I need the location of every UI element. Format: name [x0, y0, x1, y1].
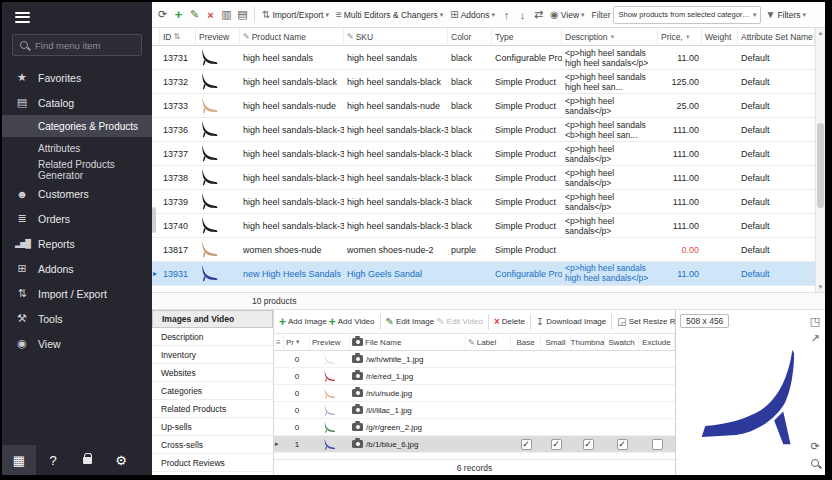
- column-header-price[interactable]: Price,▼: [658, 28, 702, 45]
- add-video-button[interactable]: +Add Video: [329, 315, 375, 329]
- image-row[interactable]: ▸1/b/1/blue_6.jpg✓✓✓✓: [274, 436, 675, 453]
- vertical-scrollbar[interactable]: ▲ ▼: [815, 28, 825, 292]
- zoom-icon[interactable]: [808, 456, 822, 470]
- column-header-weight[interactable]: Weight: [702, 28, 738, 45]
- column-header-preview[interactable]: Preview: [196, 28, 240, 45]
- gear-icon[interactable]: ⚙: [104, 445, 138, 475]
- swap-button[interactable]: ⇄: [531, 6, 546, 24]
- tab-websites[interactable]: Websites: [152, 364, 273, 382]
- filters-button[interactable]: ▼Filters▾: [762, 7, 809, 22]
- product-row[interactable]: 13739high heel sandals-black-37high heel…: [152, 190, 815, 214]
- product-row[interactable]: ▸13931new High Heels SandalsHigh Geels S…: [152, 262, 815, 286]
- sidebar-item-customers[interactable]: ☻Customers: [2, 181, 152, 206]
- hamburger-menu-button[interactable]: [2, 2, 152, 32]
- view-button[interactable]: ◉View▾: [547, 7, 588, 22]
- lock-icon[interactable]: [70, 445, 104, 475]
- tab-cross-sells[interactable]: Cross-sells: [152, 436, 273, 454]
- delete-button[interactable]: ×Delete: [494, 316, 525, 327]
- tab-product-reviews[interactable]: Product Reviews: [152, 454, 273, 472]
- open-external-icon[interactable]: ↗: [808, 331, 822, 345]
- scroll-up-icon[interactable]: ▲: [816, 28, 825, 38]
- product-row[interactable]: 13736high heel sandals-black-36high heel…: [152, 118, 815, 142]
- column-header-thumbna[interactable]: Thumbna: [571, 334, 605, 350]
- tab-related-products[interactable]: Related Products: [152, 400, 273, 418]
- sidebar-item-import-export[interactable]: ⇅Import / Export: [2, 281, 152, 306]
- tab-up-sells[interactable]: Up-sells: [152, 418, 273, 436]
- column-header-base[interactable]: Base: [511, 334, 541, 350]
- column-header-row-marker[interactable]: ≡: [274, 334, 284, 350]
- sidebar-item-attributes[interactable]: Attributes: [2, 137, 152, 159]
- addons-button[interactable]: ⊞Addons▾: [447, 7, 498, 22]
- sidebar-item-favorites[interactable]: ★Favorites: [2, 65, 152, 90]
- delete-button[interactable]: ×: [203, 6, 218, 24]
- copy-button[interactable]: ▥: [219, 6, 234, 24]
- sidebar-item-catalog[interactable]: ▤Catalog: [2, 90, 152, 115]
- column-header-preview[interactable]: Preview: [310, 334, 350, 350]
- product-row[interactable]: 13740high heel sandals-black-38high heel…: [152, 214, 815, 238]
- set-resize-rule-button[interactable]: ◲Set Resize Rule: [617, 316, 675, 327]
- image-row[interactable]: 0/l/i/lilac_1.jpg: [274, 402, 675, 419]
- splitter-handle[interactable]: [152, 207, 156, 233]
- product-row[interactable]: 13738high heel sandals-black-37high heel…: [152, 166, 815, 190]
- column-header-attribute-set-name[interactable]: Attribute Set Name: [738, 28, 815, 45]
- sidebar-item-categories-products[interactable]: Categories & Products: [2, 115, 152, 137]
- product-row[interactable]: 13733high heel sandals-nudehigh heel san…: [152, 94, 815, 118]
- column-header-product-name[interactable]: ✎Product Name: [240, 28, 344, 45]
- sidebar-item-related-products-generator[interactable]: Related Products Generator: [2, 159, 152, 181]
- fullscreen-icon[interactable]: ◳: [808, 314, 822, 328]
- checkbox-small[interactable]: ✓: [551, 439, 562, 450]
- column-header-swatch[interactable]: Swatch: [605, 334, 639, 350]
- column-header-small[interactable]: Small: [541, 334, 571, 350]
- checkbox-swatch[interactable]: ✓: [617, 439, 628, 450]
- filter-select[interactable]: Show products from selected categories▾: [613, 6, 761, 24]
- checkbox-base[interactable]: ✓: [521, 439, 532, 450]
- sidebar-item-reports[interactable]: ▂▅█Reports: [2, 231, 152, 256]
- edit-button[interactable]: ✎: [187, 6, 202, 24]
- scrollbar-thumb[interactable]: [817, 123, 824, 208]
- sidebar-item-orders[interactable]: ≣Orders: [2, 206, 152, 231]
- column-header-exclude[interactable]: Exclude: [639, 334, 675, 350]
- image-row[interactable]: 0/g/r/green_2.jpg: [274, 419, 675, 436]
- edit-video-button[interactable]: ✎Edit Video: [436, 316, 483, 327]
- store-icon[interactable]: ▦: [2, 445, 36, 475]
- product-row[interactable]: 13737high heel sandals-black-36high heel…: [152, 142, 815, 166]
- column-header-row-marker[interactable]: [152, 28, 160, 45]
- tab-inventory[interactable]: Inventory: [152, 346, 273, 364]
- checkbox-thumb[interactable]: ✓: [583, 439, 594, 450]
- multi-editors-changers-button[interactable]: ≡Multi Editors & Changers▾: [333, 7, 446, 22]
- sidebar-item-tools[interactable]: ⚒Tools: [2, 306, 152, 331]
- edit-image-button[interactable]: ✎Edit Image: [386, 316, 435, 327]
- sidebar-item-view[interactable]: ◉View: [2, 331, 152, 356]
- sidebar-search-input[interactable]: Find menu item: [12, 34, 142, 56]
- column-header-id[interactable]: ID⇅: [160, 28, 196, 45]
- add-image-button[interactable]: +Add Image: [279, 315, 327, 329]
- sort-desc-button[interactable]: ↓: [515, 6, 530, 24]
- import-export-button[interactable]: ⇅Import/Export▾: [259, 7, 332, 22]
- sort-asc-button[interactable]: ↑: [499, 6, 514, 24]
- add-button[interactable]: +: [171, 6, 186, 24]
- sidebar-item-addons[interactable]: ⊞Addons: [2, 256, 152, 281]
- column-header-label[interactable]: ✎Label: [466, 334, 511, 350]
- column-header-color[interactable]: Color: [448, 28, 492, 45]
- product-row[interactable]: 13731high heel sandalshigh heel sandalsb…: [152, 46, 815, 70]
- checkbox-exclude[interactable]: [652, 439, 663, 450]
- image-row[interactable]: 0/n/u/nude.jpg: [274, 385, 675, 402]
- column-header-type[interactable]: Type: [492, 28, 562, 45]
- column-header-file-name[interactable]: File Name: [350, 334, 466, 350]
- product-row[interactable]: 13817women shoes-nudewomen shoes-nude-2p…: [152, 238, 815, 262]
- tab-categories[interactable]: Categories: [152, 382, 273, 400]
- image-row[interactable]: 0/w/h/white_1.jpg: [274, 351, 675, 368]
- scroll-down-icon[interactable]: ▼: [816, 282, 825, 292]
- download-image-button[interactable]: ↧Download Image: [536, 316, 606, 327]
- column-header-pr[interactable]: Pr▾: [284, 334, 310, 350]
- help-icon[interactable]: ?: [36, 445, 70, 475]
- tab-images-and-video[interactable]: Images and Video: [152, 310, 273, 328]
- paste-button[interactable]: ▤: [235, 6, 250, 24]
- product-row[interactable]: 13732high heel sandals-blackhigh heel sa…: [152, 70, 815, 94]
- image-row[interactable]: 0/r/e/red_1.jpg: [274, 368, 675, 385]
- column-header-sku[interactable]: ✎SKU: [344, 28, 448, 45]
- tab-description[interactable]: Description: [152, 328, 273, 346]
- rotate-icon[interactable]: ⟳: [808, 439, 822, 453]
- column-header-description[interactable]: Description▼: [562, 28, 658, 45]
- refresh-button[interactable]: ⟳: [155, 6, 170, 24]
